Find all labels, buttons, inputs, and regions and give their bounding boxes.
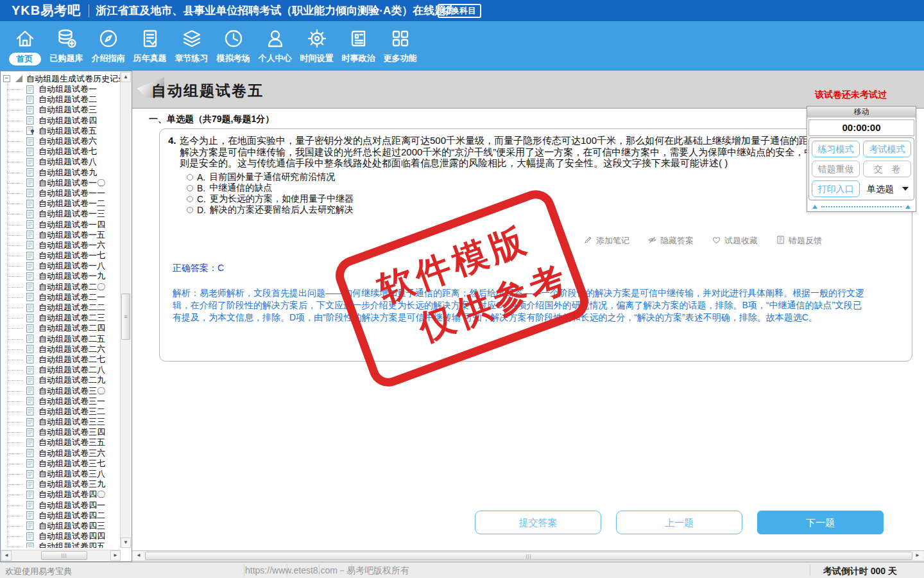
exam-paper-icon: [26, 105, 35, 115]
toolbar-item-10[interactable]: 更多功能: [379, 21, 421, 64]
toolbar-item-1[interactable]: 首页: [4, 21, 46, 66]
sidebar-item[interactable]: 自动组题试卷三〇: [1, 385, 120, 396]
answer-option[interactable]: D.解决的方案还要留给后人去研究解决: [187, 205, 912, 216]
sidebar-item[interactable]: 自动组题试卷一一: [1, 188, 120, 198]
sidebar-item[interactable]: 自动组题试卷三六: [1, 448, 120, 459]
sidebar-item[interactable]: 自动组题试卷四: [1, 116, 120, 126]
sidebar-item[interactable]: 自动组题试卷四一: [1, 500, 120, 511]
sidebar-item[interactable]: 自动组题试卷四二: [1, 511, 120, 521]
action-pencil[interactable]: 添加笔记: [583, 235, 629, 247]
sidebar-item[interactable]: 自动组题试卷三八: [1, 469, 120, 479]
sidebar-item[interactable]: 自动组题试卷三九: [1, 479, 120, 489]
action-eye-off[interactable]: 隐藏答案: [647, 235, 694, 247]
sidebar-item[interactable]: 自动组题试卷一四: [1, 219, 120, 229]
exam-mode-button[interactable]: 考试模式: [863, 141, 911, 157]
toolbar-item-5[interactable]: 章节练习: [171, 21, 212, 64]
switch-subject-button[interactable]: 切换科目: [438, 4, 481, 18]
radio-icon[interactable]: [187, 174, 193, 180]
previous-question-button[interactable]: 上一题: [616, 511, 742, 534]
sidebar-item[interactable]: 自动组题试卷七: [1, 146, 120, 157]
toolbar-item-8[interactable]: 时间设置: [296, 21, 338, 64]
heart-icon: [712, 235, 721, 247]
submit-paper-button[interactable]: 交 卷: [863, 161, 911, 177]
scrollbar-thumb[interactable]: |||: [41, 551, 87, 560]
practice-mode-button[interactable]: 练习模式: [812, 141, 860, 157]
scroll-right-icon[interactable]: ►: [912, 551, 923, 561]
sidebar-item[interactable]: 自动组题试卷三五: [1, 437, 120, 448]
panel-drag-handle[interactable]: 移动: [807, 107, 916, 118]
sidebar-item[interactable]: 自动组题试卷四五: [1, 541, 120, 548]
sidebar-item[interactable]: 自动组题试卷三二: [1, 407, 120, 417]
collapse-icon[interactable]: −: [3, 75, 10, 82]
sidebar-item[interactable]: 自动组题试卷八: [1, 157, 120, 167]
toolbar-item-3[interactable]: 介绍指南: [87, 21, 129, 64]
answer-option[interactable]: A.目前国外量子通信研究前沿情况: [187, 172, 912, 183]
sidebar-item[interactable]: 自动组题试卷二三: [1, 313, 120, 323]
sidebar-item[interactable]: 自动组题试卷二二: [1, 302, 120, 313]
radio-icon[interactable]: [187, 207, 193, 213]
sidebar-item[interactable]: 自动组题试卷六: [1, 136, 120, 146]
scroll-down-icon[interactable]: ▼: [121, 538, 131, 548]
scrollbar-thumb[interactable]: ≡: [121, 293, 130, 340]
sidebar-item[interactable]: 自动组题试卷四四: [1, 531, 120, 541]
toolbar-item-9[interactable]: 时事政治: [338, 21, 379, 64]
toolbar-item-7[interactable]: 个人中心: [254, 21, 296, 64]
action-heart[interactable]: 试题收藏: [712, 235, 758, 247]
sidebar-item[interactable]: 自动组题试卷二七: [1, 355, 120, 365]
next-question-button[interactable]: 下一题: [757, 511, 884, 534]
sidebar-item[interactable]: 自动组题试卷四三: [1, 521, 120, 531]
toolbar-item-6[interactable]: 模拟考场: [212, 21, 254, 64]
sidebar-item[interactable]: 自动组题试卷三七: [1, 459, 120, 469]
sidebar-item[interactable]: 自动组题试卷一七: [1, 250, 120, 261]
sidebar-item[interactable]: 自动组题试卷一三: [1, 209, 120, 219]
answer-option[interactable]: C.更为长远的方案，如使用量子中继器: [187, 194, 912, 205]
sidebar-item[interactable]: 自动组题试卷二九: [1, 375, 120, 385]
sidebar-item[interactable]: 自动组题试卷二四: [1, 323, 120, 333]
sidebar-item[interactable]: 自动组题试卷二八: [1, 365, 120, 375]
radio-icon[interactable]: [187, 196, 193, 202]
sidebar-item[interactable]: 自动组题试卷四〇: [1, 489, 120, 500]
sidebar-vertical-scrollbar[interactable]: ▲ ≡ ▼: [120, 72, 131, 548]
radio-icon[interactable]: [187, 185, 193, 191]
toolbar-item-4[interactable]: 历年真题: [129, 21, 171, 64]
sidebar-item[interactable]: 自动组题试卷二: [1, 94, 120, 105]
option-text: 目前国外量子通信研究前沿情况: [209, 171, 335, 183]
pager-left-icon[interactable]: [812, 205, 817, 209]
scroll-left-icon[interactable]: ◄: [133, 551, 144, 561]
scroll-left-icon[interactable]: ◄: [1, 550, 12, 561]
brand-logo: YKB易考吧: [12, 2, 81, 19]
pager-right-icon[interactable]: [905, 205, 911, 209]
sidebar-item[interactable]: 自动组题试卷三四: [1, 427, 120, 437]
scroll-right-icon[interactable]: ►: [110, 550, 121, 561]
sidebar-item[interactable]: 自动组题试卷一六: [1, 240, 120, 250]
answer-option[interactable]: B.中继通信的缺点: [187, 183, 912, 194]
sidebar-item[interactable]: 自动组题试卷五: [1, 126, 120, 136]
main-horizontal-scrollbar[interactable]: ◄ ||| ►: [132, 550, 924, 561]
question-type-select[interactable]: 单选题: [863, 180, 911, 197]
sidebar-item[interactable]: 自动组题试卷一九: [1, 271, 120, 281]
print-entry-button[interactable]: 打印入口: [812, 180, 860, 197]
sidebar-item[interactable]: 自动组题试卷二一: [1, 292, 120, 302]
sidebar-item[interactable]: 自动组题试卷三一: [1, 396, 120, 407]
action-label: 隐藏答案: [660, 235, 694, 247]
sidebar-item[interactable]: 自动组题试卷一八: [1, 261, 120, 271]
sidebar-item[interactable]: 自动组题试卷九: [1, 168, 120, 178]
scrollbar-thumb[interactable]: |||: [145, 552, 912, 560]
toolbar-item-2[interactable]: 已购题库: [46, 21, 87, 64]
sidebar-item[interactable]: 自动组题试卷二〇: [1, 282, 120, 292]
panel-pager[interactable]: [807, 202, 916, 211]
sidebar-item[interactable]: 自动组题试卷三三: [1, 417, 120, 427]
sidebar-item[interactable]: 自动组题试卷二六: [1, 344, 120, 355]
sidebar-item[interactable]: 自动组题试卷一二: [1, 198, 120, 209]
sidebar-item[interactable]: 自动组题试卷一〇: [1, 178, 120, 188]
sidebar-item[interactable]: 自动组题试卷三: [1, 105, 120, 115]
tree-root-node[interactable]: − 自动组题生成试卷历史记录: [1, 73, 120, 84]
scroll-up-icon[interactable]: ▲: [121, 72, 131, 82]
sidebar-item[interactable]: 自动组题试卷一: [1, 84, 120, 94]
sidebar-horizontal-scrollbar[interactable]: ◄ ||| ►: [1, 550, 121, 561]
redo-wrong-button[interactable]: 错题重做: [812, 161, 860, 177]
sidebar-item[interactable]: 自动组题试卷二五: [1, 334, 120, 344]
submit-answer-button[interactable]: 提交答案: [475, 511, 601, 534]
action-feedback[interactable]: 错题反馈: [776, 235, 822, 247]
sidebar-item[interactable]: 自动组题试卷一五: [1, 230, 120, 240]
